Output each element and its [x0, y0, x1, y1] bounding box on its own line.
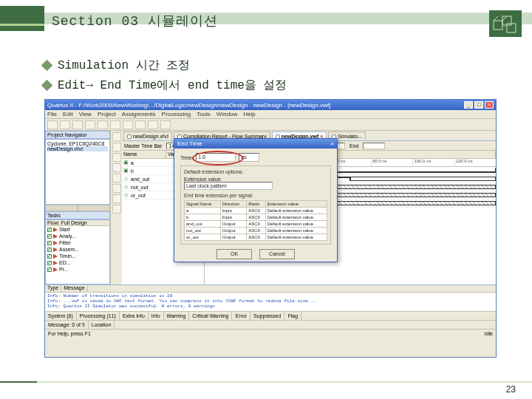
menu-item[interactable]: Project: [98, 111, 116, 117]
project-tree[interactable]: Cyclone: EP1C6Q240C8 newDesign.vhd: [45, 139, 110, 205]
check-icon: [47, 261, 52, 265]
tool-button[interactable]: [85, 120, 95, 129]
messages-header: TypeMessage: [45, 285, 496, 293]
time-label: Time:: [180, 155, 193, 160]
tool-button[interactable]: [60, 120, 70, 129]
ext-group-label: Default extension options:: [184, 169, 327, 174]
check-icon: [47, 228, 52, 232]
menubar[interactable]: File Edit View Project Assignments Proce…: [45, 110, 496, 119]
menu-item[interactable]: Help: [243, 111, 255, 117]
wave-tool-button[interactable]: [112, 163, 121, 172]
tree-device: Cyclone: EP1C6Q240C8: [47, 141, 108, 146]
ext-table[interactable]: Signal NameDirectionRadixExtension value…: [184, 200, 327, 241]
window-title: Quartus II - F:/Work2008/NewWorking/.../…: [47, 102, 463, 109]
tool-button[interactable]: [123, 120, 133, 129]
wave-tool-button[interactable]: [112, 153, 121, 162]
tab[interactable]: newDesign.vhd: [123, 132, 172, 140]
play-icon[interactable]: ▶: [53, 267, 58, 273]
play-icon[interactable]: ▶: [53, 240, 58, 246]
wave-tool-button[interactable]: [112, 174, 121, 183]
ok-button[interactable]: OK: [216, 249, 252, 259]
dialog-titlebar[interactable]: End Time ×: [174, 139, 337, 149]
cancel-button[interactable]: Cancel: [259, 249, 295, 259]
messages-footer: Message: 0 of 5 Location: [45, 320, 496, 329]
tool-button[interactable]: [47, 120, 58, 129]
bullet-text: Simulation 시간 조정: [58, 58, 190, 73]
messages-tabs[interactable]: System (8) Processing (11) Extra Info In…: [45, 311, 496, 320]
project-nav-title: Project Navigator: [45, 131, 110, 139]
menu-item[interactable]: Tools: [197, 111, 211, 117]
play-icon[interactable]: ▶: [53, 233, 58, 239]
tool-button[interactable]: [148, 120, 158, 129]
pin-out-icon: ◇: [122, 192, 129, 198]
wave-tool-button[interactable]: [112, 194, 121, 203]
menu-item[interactable]: Edit: [63, 111, 73, 117]
bullet-text: Edit→ End Time에서 end time을 설정: [58, 78, 287, 93]
tasks-list[interactable]: Flow: Full Design ▶Start ▶Analy... ▶Fitt…: [45, 219, 110, 284]
pin-in-icon: ▣: [122, 168, 129, 174]
tool-button[interactable]: [110, 120, 120, 129]
quartus-window: Quartus II - F:/Work2008/NewWorking/.../…: [44, 99, 497, 358]
wave-tool-column: [110, 131, 122, 284]
bullet-list: Simulation 시간 조정 Edit→ End Time에서 end ti…: [43, 58, 287, 98]
corner-logo-icon: [489, 10, 522, 37]
table-label: End time extension per signal:: [184, 193, 327, 198]
svg-line-4: [502, 16, 507, 21]
maximize-button[interactable]: □: [474, 101, 483, 109]
wave-tool-button[interactable]: [112, 184, 121, 193]
time-input[interactable]: 1.0: [196, 153, 236, 162]
bullet-diamond-icon: [41, 80, 53, 92]
bullet-item: Simulation 시간 조정: [43, 58, 287, 73]
tree-file[interactable]: newDesign.vhd: [47, 146, 108, 151]
tool-button[interactable]: [160, 120, 171, 129]
check-icon: [47, 267, 52, 272]
pin-out-icon: ◇: [122, 176, 129, 182]
end-time-dialog: End Time × Time: 1.0 us Default extensio…: [174, 138, 338, 262]
tool-button[interactable]: [135, 120, 146, 129]
pin-in-icon: ▣: [122, 160, 129, 166]
toolbar: [45, 119, 496, 131]
titlebar: Quartus II - F:/Work2008/NewWorking/.../…: [45, 100, 496, 110]
menu-item[interactable]: Processing: [162, 111, 191, 117]
page-number: 23: [506, 384, 516, 395]
statusbar: For Help, press F1 Idle: [45, 329, 496, 338]
play-icon[interactable]: ▶: [53, 227, 58, 233]
tool-button[interactable]: [72, 120, 83, 129]
check-icon: [47, 241, 52, 245]
messages-body[interactable]: Info: Number of transitions in simulatio…: [45, 293, 496, 311]
bullet-item: Edit→ End Time에서 end time을 설정: [43, 78, 287, 93]
close-button[interactable]: ×: [485, 101, 494, 109]
check-icon: [47, 248, 52, 252]
play-icon[interactable]: ▶: [53, 247, 58, 253]
check-icon: [47, 234, 52, 239]
ext-value-select[interactable]: Last clock pattern: [184, 182, 273, 190]
section-title: Section 03 시뮬레이션: [52, 12, 218, 30]
time-unit-select[interactable]: us: [239, 153, 259, 162]
file-icon: [127, 134, 132, 139]
svg-line-3: [494, 16, 498, 21]
dialog-close-icon[interactable]: ×: [330, 140, 334, 147]
pin-out-icon: ◇: [122, 184, 129, 190]
tasks-title: Tasks: [45, 211, 110, 219]
wave-tool-button[interactable]: [112, 143, 121, 151]
play-icon[interactable]: ▶: [53, 253, 58, 259]
menu-item[interactable]: Assignments: [122, 111, 156, 117]
menu-item[interactable]: View: [79, 111, 92, 117]
minimize-button[interactable]: _: [464, 101, 473, 109]
wave-tool-button[interactable]: [112, 205, 121, 214]
footer-bar: [0, 381, 532, 383]
messages-pane: TypeMessage Info: Number of transitions …: [45, 284, 496, 329]
svg-rect-0: [494, 21, 502, 30]
play-icon[interactable]: ▶: [53, 260, 58, 266]
scroll-strip[interactable]: [45, 205, 110, 211]
wave-tool-button[interactable]: [112, 132, 121, 141]
check-icon: [47, 254, 52, 259]
end-field[interactable]: [363, 143, 385, 149]
menu-item[interactable]: Window: [216, 111, 237, 117]
tool-button[interactable]: [98, 120, 108, 129]
bullet-diamond-icon: [41, 60, 53, 72]
slide-header: Section 03 시뮬레이션: [0, 6, 532, 31]
menu-item[interactable]: File: [47, 111, 57, 117]
